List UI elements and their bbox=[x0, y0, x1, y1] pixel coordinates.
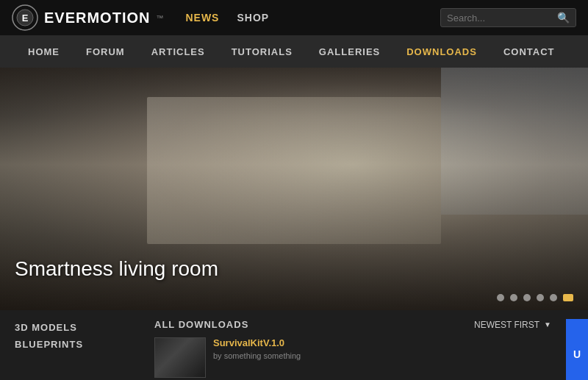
slider-dot-4[interactable] bbox=[537, 294, 544, 301]
top-nav-links: NEWS SHOP bbox=[185, 12, 269, 24]
hero-caption: Smartness living room bbox=[15, 257, 218, 281]
slider-dot-5[interactable] bbox=[550, 294, 557, 301]
slider-dot-2[interactable] bbox=[510, 294, 517, 301]
blue-action-button[interactable]: U bbox=[566, 319, 588, 380]
sort-control[interactable]: NEWEST FIRST ▼ bbox=[474, 320, 551, 330]
download-subtitle: by something something bbox=[213, 351, 559, 360]
bottom-section: 3D MODELS BLUEPRINTS ALL DOWNLOADS NEWES… bbox=[0, 310, 588, 380]
top-nav-shop[interactable]: SHOP bbox=[237, 12, 269, 24]
slider-dot-1[interactable] bbox=[497, 294, 504, 301]
hero-title: Smartness living room bbox=[15, 257, 218, 281]
nav-home[interactable]: HOME bbox=[15, 35, 73, 68]
hero-section: Smartness living room bbox=[0, 68, 588, 310]
slider-dot-3[interactable] bbox=[523, 294, 531, 301]
svg-text:E: E bbox=[22, 12, 29, 24]
nav-forum[interactable]: FORUM bbox=[73, 35, 138, 68]
top-nav-news[interactable]: NEWS bbox=[185, 12, 219, 24]
logo-text: EVERMOTION bbox=[44, 10, 150, 26]
top-bar: E EVERMOTION ™ NEWS SHOP 🔍 bbox=[0, 0, 588, 35]
nav-downloads[interactable]: DOWNLOADS bbox=[393, 35, 490, 68]
downloads-header: ALL DOWNLOADS NEWEST FIRST ▼ bbox=[154, 319, 559, 330]
logo-trademark: ™ bbox=[156, 14, 163, 22]
hero-detail-marble bbox=[147, 97, 441, 244]
sort-label: NEWEST FIRST bbox=[474, 320, 539, 330]
download-item: SurvivalKitV.1.0 by something something bbox=[154, 337, 559, 378]
all-downloads-label: ALL DOWNLOADS bbox=[154, 319, 248, 330]
sidebar-blueprints[interactable]: BLUEPRINTS bbox=[15, 336, 132, 353]
nav-contact[interactable]: CONTACT bbox=[490, 35, 568, 68]
sidebar-3d-models[interactable]: 3D MODELS bbox=[15, 319, 132, 336]
search-area[interactable]: 🔍 bbox=[440, 8, 576, 27]
hero-detail-window bbox=[441, 68, 588, 215]
slider-dots bbox=[497, 294, 573, 301]
nav-articles[interactable]: ARTICLES bbox=[138, 35, 218, 68]
nav-galleries[interactable]: GALLERIES bbox=[306, 35, 393, 68]
chevron-down-icon: ▼ bbox=[544, 320, 551, 329]
left-sidebar: 3D MODELS BLUEPRINTS bbox=[0, 319, 147, 353]
search-input[interactable] bbox=[447, 12, 557, 24]
nav-tutorials[interactable]: TUTORIALS bbox=[218, 35, 306, 68]
main-nav: HOME FORUM ARTICLES TUTORIALS GALLERIES … bbox=[0, 35, 588, 68]
download-title[interactable]: SurvivalKitV.1.0 bbox=[213, 337, 559, 348]
logo-icon: E bbox=[12, 4, 38, 31]
download-info: SurvivalKitV.1.0 by something something bbox=[213, 337, 559, 360]
slider-dot-6[interactable] bbox=[563, 294, 573, 301]
main-content-area: ALL DOWNLOADS NEWEST FIRST ▼ SurvivalKit… bbox=[147, 319, 566, 378]
search-icon[interactable]: 🔍 bbox=[557, 12, 570, 24]
download-thumbnail[interactable] bbox=[154, 337, 206, 378]
logo-area[interactable]: E EVERMOTION ™ bbox=[12, 4, 163, 31]
